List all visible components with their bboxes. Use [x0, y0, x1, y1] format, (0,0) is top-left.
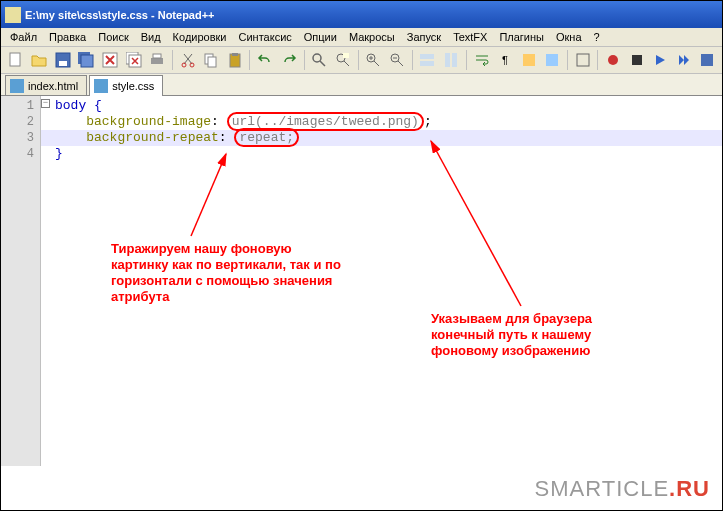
- menu-view[interactable]: Вид: [136, 29, 166, 45]
- new-file-icon[interactable]: [5, 49, 27, 71]
- tab-label: index.html: [28, 80, 78, 92]
- window-title: E:\my site\css\style.css - Notepad++: [25, 9, 215, 21]
- separator: [412, 50, 413, 70]
- play-icon[interactable]: [650, 49, 672, 71]
- separator: [466, 50, 467, 70]
- code-line: }: [41, 146, 722, 162]
- redo-icon[interactable]: [278, 49, 300, 71]
- svg-rect-4: [81, 55, 93, 67]
- record-icon[interactable]: [602, 49, 624, 71]
- code-line: background-image: url(../images/tweed.pn…: [41, 114, 722, 130]
- svg-rect-0: [10, 53, 20, 66]
- svg-point-28: [608, 55, 618, 65]
- wrap-icon[interactable]: [471, 49, 493, 71]
- find-icon[interactable]: [309, 49, 331, 71]
- separator: [597, 50, 598, 70]
- tabbar: index.html style.css: [1, 74, 722, 96]
- toolbar: ¶: [1, 47, 722, 74]
- separator: [172, 50, 173, 70]
- menu-help[interactable]: ?: [589, 29, 605, 45]
- separator: [249, 50, 250, 70]
- app-icon: [5, 7, 21, 23]
- annotation-left: Тиражируем нашу фоновуюкартинку как по в…: [111, 241, 371, 305]
- indent-guide-icon[interactable]: [518, 49, 540, 71]
- menu-edit[interactable]: Правка: [44, 29, 91, 45]
- save-icon[interactable]: [52, 49, 74, 71]
- menu-encoding[interactable]: Кодировки: [168, 29, 232, 45]
- svg-rect-13: [208, 57, 216, 67]
- menu-run[interactable]: Запуск: [402, 29, 446, 45]
- menu-windows[interactable]: Окна: [551, 29, 587, 45]
- save-macro-icon[interactable]: [697, 49, 719, 71]
- copy-icon[interactable]: [200, 49, 222, 71]
- line-number: 4: [1, 146, 40, 162]
- svg-rect-23: [445, 53, 450, 67]
- menu-search[interactable]: Поиск: [93, 29, 133, 45]
- svg-rect-27: [577, 54, 589, 66]
- svg-rect-26: [546, 54, 558, 66]
- menubar: Файл Правка Поиск Вид Кодировки Синтакси…: [1, 28, 722, 47]
- menu-macros[interactable]: Макросы: [344, 29, 400, 45]
- separator: [567, 50, 568, 70]
- line-number: 3: [1, 130, 40, 146]
- menu-textfx[interactable]: TextFX: [448, 29, 492, 45]
- svg-rect-24: [452, 53, 457, 67]
- line-gutter: 1 2 3 4: [1, 96, 41, 466]
- svg-rect-21: [420, 54, 434, 59]
- svg-rect-9: [153, 54, 161, 58]
- file-icon: [10, 79, 24, 93]
- open-file-icon[interactable]: [29, 49, 51, 71]
- svg-rect-18: [343, 53, 349, 58]
- close-icon[interactable]: [99, 49, 121, 71]
- svg-rect-29: [632, 55, 642, 65]
- svg-point-16: [313, 54, 321, 62]
- cut-icon[interactable]: [177, 49, 199, 71]
- svg-rect-25: [523, 54, 535, 66]
- lang-icon[interactable]: [541, 49, 563, 71]
- line-number: 1: [1, 98, 40, 114]
- replace-icon[interactable]: [332, 49, 354, 71]
- tab-index-html[interactable]: index.html: [5, 75, 87, 95]
- sync-h-icon[interactable]: [440, 49, 462, 71]
- line-number: 2: [1, 114, 40, 130]
- sync-v-icon[interactable]: [417, 49, 439, 71]
- stop-icon[interactable]: [626, 49, 648, 71]
- print-icon[interactable]: [146, 49, 168, 71]
- watermark-suffix: .RU: [669, 476, 710, 501]
- menu-plugins[interactable]: Плагины: [494, 29, 549, 45]
- menu-file[interactable]: Файл: [5, 29, 42, 45]
- fold-marker[interactable]: −: [41, 99, 50, 108]
- show-all-chars-icon[interactable]: ¶: [494, 49, 516, 71]
- playback-icon[interactable]: [673, 49, 695, 71]
- svg-rect-8: [151, 58, 163, 64]
- svg-rect-22: [420, 61, 434, 66]
- svg-rect-30: [701, 54, 713, 66]
- file-icon: [94, 79, 108, 93]
- watermark-text: SMARTICLE: [535, 476, 670, 501]
- separator: [358, 50, 359, 70]
- watermark: SMARTICLE.RU: [535, 476, 710, 502]
- menu-syntax[interactable]: Синтаксис: [234, 29, 297, 45]
- separator: [304, 50, 305, 70]
- doc-map-icon[interactable]: [572, 49, 594, 71]
- undo-icon[interactable]: [254, 49, 276, 71]
- save-all-icon[interactable]: [76, 49, 98, 71]
- tab-style-css[interactable]: style.css: [89, 75, 163, 96]
- menu-options[interactable]: Опции: [299, 29, 342, 45]
- close-all-icon[interactable]: [123, 49, 145, 71]
- zoom-in-icon[interactable]: [363, 49, 385, 71]
- svg-rect-15: [232, 53, 238, 56]
- code-line: background-repeat: repeat;: [41, 130, 722, 146]
- annotation-right: Указываем для браузераконечный путь к на…: [431, 311, 651, 359]
- paste-icon[interactable]: [224, 49, 246, 71]
- window-titlebar: E:\my site\css\style.css - Notepad++: [1, 1, 722, 28]
- zoom-out-icon[interactable]: [386, 49, 408, 71]
- svg-rect-2: [59, 61, 67, 66]
- tab-label: style.css: [112, 80, 154, 92]
